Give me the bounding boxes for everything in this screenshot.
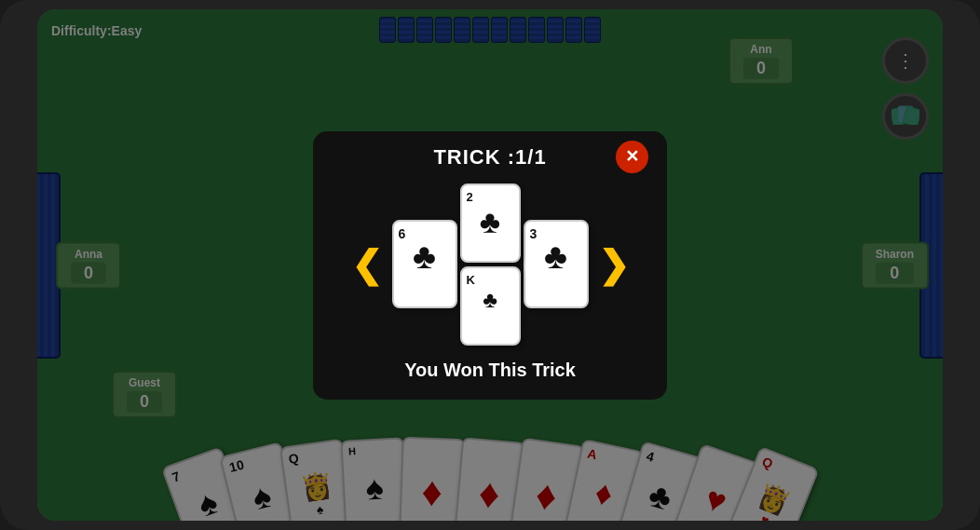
game-table: Difficulty:Easy Ann 0 Anna 0 Sharon 0 Gu… bbox=[37, 9, 943, 521]
prev-trick-button[interactable]: ❮ bbox=[351, 243, 383, 286]
won-message: You Won This Trick bbox=[332, 360, 648, 381]
center-card-stack: 2 ♣ K ♣ bbox=[460, 183, 521, 346]
card-rank-2: 2 bbox=[467, 190, 473, 204]
device-frame: Difficulty:Easy Ann 0 Anna 0 Sharon 0 Gu… bbox=[0, 0, 980, 530]
card-suit-6: ♣ bbox=[413, 237, 436, 277]
card-rank-6: 6 bbox=[399, 226, 406, 241]
card-suit-3: ♣ bbox=[544, 237, 567, 277]
modal-card-2c[interactable]: 2 ♣ bbox=[460, 183, 521, 263]
card-rank-k: K bbox=[467, 273, 475, 287]
trick-modal: TRICK :1/1 ✕ ❮ 6 ♣ 2 bbox=[313, 131, 667, 400]
cards-display: 6 ♣ 2 ♣ K ♣ bbox=[392, 183, 589, 346]
card-suit-2: ♣ bbox=[480, 204, 500, 240]
modal-title: TRICK :1/1 bbox=[433, 145, 546, 170]
modal-header: TRICK :1/1 ✕ bbox=[332, 145, 648, 170]
modal-card-6c[interactable]: 6 ♣ bbox=[392, 220, 457, 308]
close-button[interactable]: ✕ bbox=[616, 141, 648, 173]
modal-card-3c[interactable]: 3 ♣ bbox=[524, 220, 589, 308]
modal-cards-area: ❮ 6 ♣ 2 ♣ bbox=[332, 183, 648, 346]
king-face: ♣ bbox=[483, 287, 497, 313]
next-trick-button[interactable]: ❯ bbox=[598, 243, 630, 286]
modal-card-kc[interactable]: K ♣ bbox=[460, 266, 521, 346]
card-rank-3: 3 bbox=[530, 226, 538, 241]
modal-overlay: TRICK :1/1 ✕ ❮ 6 ♣ 2 bbox=[37, 9, 943, 521]
